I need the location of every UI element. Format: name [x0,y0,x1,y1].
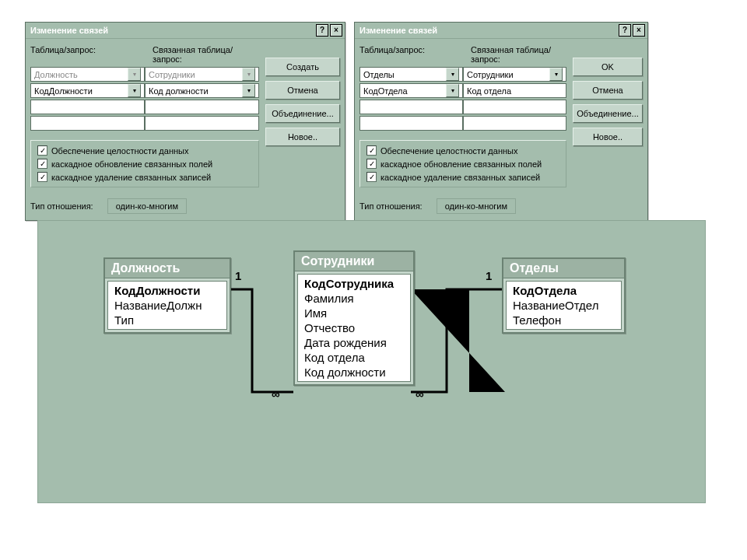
chevron-down-icon[interactable]: ▾ [242,68,255,81]
table-field[interactable]: Имя [298,306,410,320]
new-button[interactable]: Новое.. [265,128,340,146]
many-label: ∞ [272,387,280,401]
chevron-down-icon[interactable]: ▾ [128,68,141,81]
table-title: Сотрудники [295,252,413,271]
table-title: Отделы [503,259,624,278]
table-select[interactable]: Отделы ▾ [359,67,463,82]
table-dolzhnost[interactable]: Должность КодДолжности НазваниеДолжн Тип [103,257,231,334]
relation-type-value: один-ко-многим [437,198,516,214]
field-right[interactable]: Код должности ▾ [145,83,259,98]
table-field[interactable]: Код отдела [298,350,410,365]
related-select[interactable]: Сотрудники ▾ [463,67,566,82]
field-right-value: Код отдела [467,86,511,96]
related-header-label: Связанная таблица/запрос: [153,45,259,64]
table-select-value: Отделы [363,70,395,79]
field-left-value: КодДолжности [34,86,93,96]
chevron-down-icon[interactable]: ▾ [446,84,459,97]
enforce-integrity-label: Обеспечение целостности данных [381,146,517,156]
titlebar[interactable]: Изменение связей ? × [355,23,647,39]
cascade-delete-label: каскадное удаление связанных записей [51,173,211,182]
field-blank[interactable] [359,100,463,114]
table-field[interactable]: Отчество [298,320,410,335]
field-blank[interactable] [145,100,259,114]
table-field[interactable]: Телефон [507,313,621,327]
options-group: ✓ Обеспечение целостности данных ✓ каска… [30,140,259,187]
field-left-value: КодОтдела [363,86,408,96]
related-select[interactable]: Сотрудники ▾ [145,67,259,82]
cancel-button[interactable]: Отмена [573,81,643,100]
related-select-value: Сотрудники [467,70,514,79]
table-sotrudniki[interactable]: Сотрудники КодСотрудника Фамилия Имя Отч… [293,250,415,386]
close-icon[interactable]: × [633,24,645,37]
table-header-label: Таблица/запрос: [359,45,455,64]
table-otdely[interactable]: Отделы КодОтдела НазваниеОтдел Телефон [502,257,626,334]
table-select[interactable]: Должность ▾ [30,67,145,82]
table-header-label: Таблица/запрос: [30,45,137,64]
join-button[interactable]: Объединение... [573,104,643,123]
edit-relationships-dialog-1: Изменение связей ? × Таблица/запрос: Свя… [25,22,345,221]
chevron-down-icon[interactable]: ▾ [446,68,459,81]
titlebar[interactable]: Изменение связей ? × [26,23,345,39]
chevron-down-icon[interactable]: ▾ [242,84,255,97]
chevron-down-icon[interactable]: ▾ [549,68,563,81]
ok-button[interactable]: OK [573,58,643,76]
enforce-integrity-checkbox[interactable]: ✓ [366,145,377,156]
cancel-button[interactable]: Отмена [265,81,340,100]
cascade-update-label: каскадное обновление связанных полей [51,159,212,169]
new-button[interactable]: Новое.. [573,128,643,146]
relation-type-value: один-ко-многим [107,198,187,214]
table-fields: КодСотрудника Фамилия Имя Отчество Дата … [297,274,411,382]
table-fields: КодОтдела НазваниеОтдел Телефон [506,281,622,330]
enforce-integrity-checkbox[interactable]: ✓ [37,145,47,156]
relationships-diagram[interactable]: 1 ∞ ∞ 1 Должность КодДолжности НазваниеД… [37,220,706,503]
field-blank[interactable] [30,116,145,131]
table-title: Должность [105,259,230,278]
field-blank[interactable] [359,116,463,131]
one-label: 1 [235,269,241,282]
cascade-delete-checkbox[interactable]: ✓ [37,172,47,182]
table-field[interactable]: Тип [108,313,226,327]
table-field[interactable]: КодСотрудника [298,276,410,291]
one-label: 1 [486,269,492,282]
relation-type-label: Тип отношения: [359,201,423,211]
table-fields: КодДолжности НазваниеДолжн Тип [107,281,227,330]
field-blank[interactable] [463,116,566,131]
enforce-integrity-label: Обеспечение целостности данных [51,146,188,156]
dialog-title: Изменение связей [359,26,619,35]
cascade-update-label: каскадное обновление связанных полей [381,159,542,169]
field-right[interactable]: Код отдела [463,83,566,98]
field-blank[interactable] [30,100,145,114]
cascade-update-checkbox[interactable]: ✓ [37,159,47,169]
cascade-update-checkbox[interactable]: ✓ [366,159,377,169]
table-field[interactable]: Фамилия [298,291,410,306]
create-button[interactable]: Создать [265,58,340,76]
table-field[interactable]: КодОтдела [507,283,621,298]
table-field[interactable]: КодДолжности [108,283,226,298]
field-blank[interactable] [145,116,259,131]
related-header-label: Связанная таблица/запрос: [471,45,566,64]
dialog-title: Изменение связей [30,26,316,35]
field-right-value: Код должности [149,86,209,96]
help-icon[interactable]: ? [316,24,328,37]
field-left[interactable]: КодДолжности ▾ [30,83,145,98]
cascade-delete-label: каскадное удаление связанных записей [381,173,540,182]
chevron-down-icon[interactable]: ▾ [128,84,141,97]
many-label: ∞ [416,387,424,401]
edit-relationships-dialog-2: Изменение связей ? × Таблица/запрос: Свя… [354,22,648,221]
table-field[interactable]: НазваниеДолжн [108,298,226,313]
table-select-value: Должность [34,70,78,79]
help-icon[interactable]: ? [619,24,631,37]
related-select-value: Сотрудники [149,70,195,79]
table-field[interactable]: Дата рождения [298,335,410,350]
join-button[interactable]: Объединение... [265,104,340,123]
field-left[interactable]: КодОтдела ▾ [359,83,463,98]
table-field[interactable]: Код должности [298,365,410,380]
relation-type-label: Тип отношения: [30,201,93,211]
options-group: ✓ Обеспечение целостности данных ✓ каска… [359,140,566,187]
field-blank[interactable] [463,100,566,114]
cascade-delete-checkbox[interactable]: ✓ [366,172,377,182]
table-field[interactable]: НазваниеОтдел [507,298,621,313]
close-icon[interactable]: × [330,24,342,37]
